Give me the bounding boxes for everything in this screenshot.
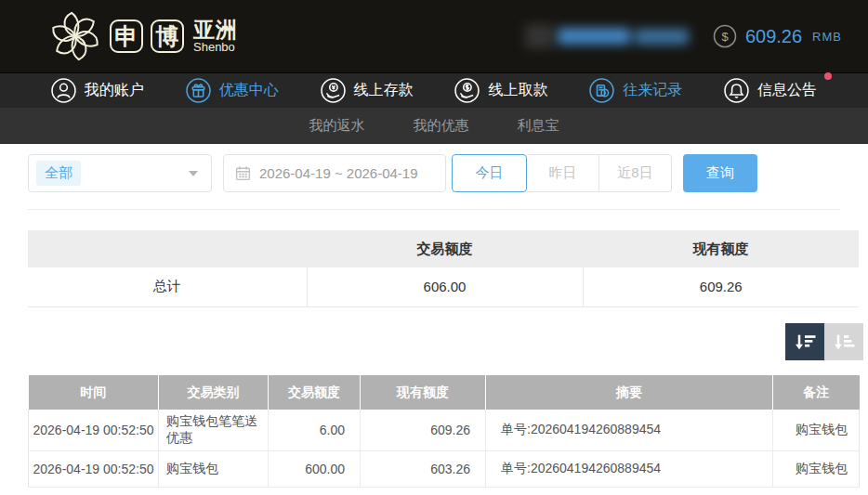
main-nav: 我的账户 优惠中心 线上存款 (0, 72, 868, 108)
type-select[interactable]: 全部 (28, 154, 212, 192)
summary-total-label: 总计 (28, 267, 307, 306)
date-range-value: 2026-04-19 ~ 2026-04-19 (259, 165, 418, 181)
nav-item-transaction-records[interactable]: 往来记录 (589, 78, 682, 103)
col-header-amount: 交易额度 (269, 375, 361, 410)
account-area: $ 609.26 RMB (525, 24, 842, 48)
brand-char-2: 博 (151, 20, 184, 53)
summary-total-transaction: 606.00 (307, 267, 583, 306)
summary-total-balance: 609.26 (583, 267, 859, 306)
cell-note: 购宝钱包 (773, 410, 860, 451)
cell-amount: 6.00 (269, 410, 361, 451)
nav-item-announcements[interactable]: 信息公告 (724, 78, 817, 103)
search-button[interactable]: 查询 (683, 154, 757, 192)
content-area: 全部 2026-04-19 ~ 2026-04-19 今日 昨日 近8日 查询 … (0, 144, 868, 495)
brand-region: 亚洲 (193, 19, 238, 41)
table-row: 2026-04-19 00:52:50 购宝钱包 600.00 603.26 单… (29, 451, 860, 488)
summary-table: 交易额度 现有额度 总计 606.00 609.26 (28, 230, 859, 307)
nav-label: 往来记录 (623, 81, 682, 100)
nav-item-my-account[interactable]: 我的账户 (51, 78, 144, 103)
cell-balance: 603.26 (361, 451, 486, 488)
sub-nav: 我的返水 我的优惠 利息宝 (0, 108, 868, 144)
cell-type: 购宝钱包笔笔送优惠 (159, 410, 269, 451)
balance-currency: RMB (812, 30, 842, 44)
summary-header-empty (28, 230, 307, 267)
notification-dot (824, 72, 832, 80)
records-header-row: 时间 交易类别 交易额度 现有额度 摘要 备注 (29, 375, 860, 410)
cell-time: 2026-04-19 00:52:50 (29, 451, 159, 488)
sort-amount-desc-icon (795, 332, 816, 353)
nav-label: 线上存款 (354, 81, 414, 100)
cell-balance: 609.26 (361, 410, 486, 451)
last-8-days-button[interactable]: 近8日 (599, 154, 672, 192)
col-header-summary: 摘要 (486, 375, 773, 410)
cell-time: 2026-04-19 00:52:50 (29, 410, 159, 451)
user-icon (51, 78, 76, 103)
subnav-item-rebate[interactable]: 我的返水 (309, 117, 365, 135)
col-header-note: 备注 (773, 375, 860, 410)
cell-summary: 单号:202604194260889454 (486, 451, 773, 488)
yesterday-button[interactable]: 昨日 (527, 154, 599, 192)
col-header-type: 交易类别 (159, 375, 269, 410)
flower-logo-icon (48, 9, 102, 63)
subnav-item-promos[interactable]: 我的优惠 (414, 117, 469, 135)
bell-icon (724, 78, 749, 103)
sort-ascending-button[interactable] (824, 323, 863, 360)
summary-header-transaction: 交易额度 (307, 230, 583, 267)
summary-header-balance: 现有额度 (583, 230, 859, 267)
balance-display[interactable]: $ 609.26 RMB (713, 24, 842, 48)
col-header-time: 时间 (29, 375, 159, 410)
subnav-item-interest[interactable]: 利息宝 (518, 117, 559, 135)
sort-controls (785, 323, 863, 360)
cell-summary: 单号:202604194260889454 (486, 410, 773, 451)
brand-name-en: Shenbo (193, 41, 238, 54)
summary-total-row: 总计 606.00 609.26 (28, 267, 859, 306)
nav-item-promotions[interactable]: 优惠中心 (186, 78, 279, 103)
calendar-icon (235, 165, 251, 181)
quick-date-buttons: 今日 昨日 近8日 (452, 154, 672, 192)
nav-label: 线上取款 (488, 81, 547, 100)
gift-icon (186, 78, 211, 103)
nav-item-deposit[interactable]: 线上存款 (321, 78, 414, 103)
col-header-balance: 现有额度 (361, 375, 486, 410)
deposit-icon (321, 78, 346, 103)
username-redacted (525, 24, 689, 48)
cell-type: 购宝钱包 (159, 451, 269, 488)
cell-note: 购宝钱包 (773, 451, 860, 488)
svg-text:$: $ (721, 30, 729, 44)
records-icon (589, 78, 614, 103)
section-divider (28, 209, 840, 210)
top-header: 申 博 亚洲 Shenbo $ 609.26 RMB (0, 0, 868, 72)
balance-amount: 609.26 (745, 26, 802, 47)
dollar-coin-icon: $ (713, 24, 737, 48)
type-selected-chip: 全部 (36, 161, 81, 186)
today-button[interactable]: 今日 (452, 154, 527, 192)
nav-label: 信息公告 (757, 81, 817, 100)
sort-amount-asc-icon (834, 332, 855, 353)
date-range-input[interactable]: 2026-04-19 ~ 2026-04-19 (223, 154, 446, 192)
table-row: 2026-04-19 00:52:50 购宝钱包笔笔送优惠 6.00 609.2… (29, 410, 860, 451)
withdraw-icon (454, 78, 480, 103)
brand-char-1: 申 (110, 20, 143, 53)
records-table: 时间 交易类别 交易额度 现有额度 摘要 备注 2026-04-19 00:52… (28, 375, 860, 488)
nav-item-withdraw[interactable]: 线上取款 (454, 78, 547, 103)
sort-descending-button[interactable] (785, 323, 824, 360)
brand-logo[interactable]: 申 博 亚洲 Shenbo (48, 9, 238, 63)
nav-label: 优惠中心 (219, 81, 279, 100)
chevron-down-icon (189, 171, 198, 176)
cell-amount: 600.00 (269, 451, 361, 488)
nav-label: 我的账户 (85, 81, 144, 100)
